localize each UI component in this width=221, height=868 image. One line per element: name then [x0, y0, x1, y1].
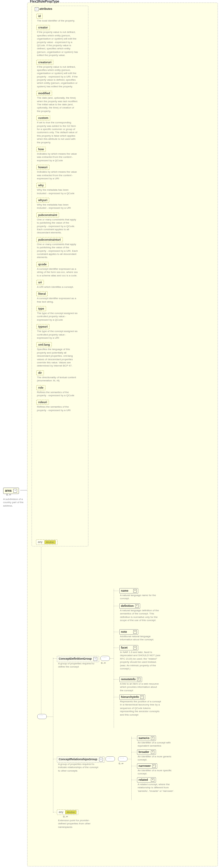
minus-icon[interactable]: − [94, 657, 97, 661]
plus-icon[interactable]: + [151, 750, 154, 754]
plus-icon[interactable]: + [140, 695, 144, 699]
attribute-item: roleRefines the semantics of the propert… [36, 385, 81, 398]
element-remoteInfo[interactable]: remoteInfo+ [119, 677, 142, 682]
element-desc: An identifier of a concept with equivale… [138, 741, 179, 748]
attribute-modified[interactable]: modified [36, 91, 52, 96]
attribute-desc: Specifies the language of this property … [37, 348, 78, 367]
root-element-label: area [5, 489, 12, 492]
plus-icon[interactable]: + [133, 630, 137, 634]
attribute-item: howuriIndicates by which means the value… [36, 165, 81, 180]
element-desc: A natural language name for the concept. [120, 594, 161, 600]
connector [110, 658, 114, 659]
attribute-whyuri[interactable]: whyuri [36, 198, 49, 203]
element-sameAs[interactable]: sameAs+ [137, 736, 156, 741]
attribute-item: pubconstrainturiOne or many constraints … [36, 237, 81, 259]
connector [114, 591, 119, 591]
connector [114, 632, 119, 632]
attribute-xml:lang[interactable]: xml:lang [36, 342, 52, 347]
element-definition[interactable]: definition+ [119, 603, 140, 609]
attribute-desc: The type of the concept assigned as cont… [37, 312, 78, 321]
attribute-item: dirThe directionality of textual content… [36, 370, 81, 383]
element-narrower[interactable]: narrower+ [137, 763, 157, 769]
crel-desc: A group of properties required to indica… [58, 763, 99, 773]
attribute-dir[interactable]: dir [36, 370, 44, 375]
connector [131, 752, 136, 752]
attribute-literal[interactable]: literal [36, 291, 48, 296]
concept-definition-group[interactable]: ConceptDefinitionGroup − [57, 656, 99, 662]
attribute-desc: Indicates by which means the value was e… [37, 152, 78, 162]
attribute-desc: One or many constraints that apply to pu… [37, 218, 78, 235]
attribute-item: xml:langSpecifies the language of this p… [36, 342, 81, 367]
element-desc: In NAR 1.8 and later, facet is deprecate… [120, 651, 161, 670]
cdef-card: 0..∞ [101, 661, 106, 664]
any-el-desc: Extension point for provider-defined pro… [58, 819, 96, 829]
minus-icon[interactable]: − [35, 7, 39, 11]
type-title: Flex1RolePropType [29, 0, 60, 3]
element-broader[interactable]: broader+ [137, 749, 156, 755]
connector [114, 697, 119, 697]
attribute-how[interactable]: how [36, 147, 46, 152]
connector [53, 812, 57, 812]
minus-icon[interactable]: − [13, 489, 17, 493]
attribute-item: idThe local identifier of the property. [36, 13, 81, 23]
element-hierarchyInfo[interactable]: hierarchyInfo+ [119, 694, 145, 700]
attribute-pubconstraint[interactable]: pubconstraint [36, 213, 59, 218]
element-related[interactable]: related+ [137, 777, 156, 783]
plus-icon[interactable]: + [133, 589, 137, 593]
choice-node [118, 756, 127, 762]
element-name[interactable]: name+ [119, 588, 138, 593]
any-el-card: 0..∞ [63, 815, 68, 818]
element-desc: An identifier of a more specific concept… [138, 769, 179, 776]
crel-card: 0..∞ [119, 762, 123, 765]
attribute-desc: Why the metadata has been included - exp… [37, 188, 78, 195]
attribute-id[interactable]: id [36, 13, 43, 19]
attribute-pubconstrainturi[interactable]: pubconstrainturi [36, 237, 63, 242]
attribute-typeuri[interactable]: typeuri [36, 324, 49, 329]
attribute-item: pubconstraintOne or many constraints tha… [36, 213, 81, 235]
attribute-creatoruri[interactable]: creatoruri [36, 60, 53, 65]
attribute-desc: A URI which identifies a concept. [37, 285, 78, 289]
sequence-node [37, 714, 47, 719]
element-desc: A related concept, where the relationshi… [138, 783, 179, 793]
attribute-uri[interactable]: uri [36, 280, 44, 285]
attribute-item: whyWhy the metadata has been included - … [36, 183, 81, 195]
plus-icon[interactable]: + [151, 778, 154, 782]
plus-icon[interactable]: + [133, 646, 137, 650]
element-desc: An identifier of a more generic concept. [138, 755, 179, 762]
plus-icon[interactable]: + [135, 604, 139, 608]
attribute-role[interactable]: role [36, 385, 45, 390]
element-note[interactable]: note+ [119, 629, 138, 634]
attributes-box: − attributes idThe local identifier of t… [32, 6, 88, 547]
attribute-item: creatoruriIf the property value is not d… [36, 60, 81, 89]
minus-icon[interactable]: − [99, 757, 103, 762]
connector [131, 766, 136, 766]
attribute-item: howIndicates by which means the value wa… [36, 147, 81, 162]
connector [114, 648, 119, 648]
attribute-desc: Indicates by which means the value was e… [37, 170, 78, 180]
connector [53, 658, 57, 659]
plus-icon[interactable]: + [152, 764, 156, 768]
attribute-desc: Refines the semantics of the property - … [37, 391, 78, 398]
attribute-howuri[interactable]: howuri [36, 165, 49, 170]
plus-icon[interactable]: + [151, 737, 154, 740]
cdef-desc: A group of properties required to define… [58, 662, 96, 669]
attribute-custom[interactable]: custom [36, 116, 50, 121]
attribute-desc: One or many constraints that apply to pu… [37, 243, 78, 259]
concept-relationships-group[interactable]: ConceptRelationshipsGroup − [57, 756, 105, 763]
root-element[interactable]: area − [3, 488, 19, 494]
attribute-creator[interactable]: creator [36, 25, 50, 30]
attribute-qcode[interactable]: qcode [36, 262, 49, 267]
attribute-why[interactable]: why [36, 183, 46, 188]
connector [114, 606, 119, 606]
branch-spine [53, 658, 53, 813]
element-facet[interactable]: facet+ [119, 645, 138, 650]
attribute-type[interactable]: type [36, 306, 46, 311]
attribute-desc: If the property value is not defined, sp… [37, 31, 78, 57]
attribute-roleuri[interactable]: roleuri [36, 400, 49, 405]
any-element[interactable]: any ##other [57, 809, 78, 815]
any-attribute[interactable]: any ##other [36, 539, 58, 545]
crel-branch [131, 737, 132, 800]
attribute-item: roleuriRefines the semantics of the prop… [36, 400, 81, 412]
plus-icon[interactable]: + [137, 678, 141, 681]
connector [131, 780, 136, 780]
